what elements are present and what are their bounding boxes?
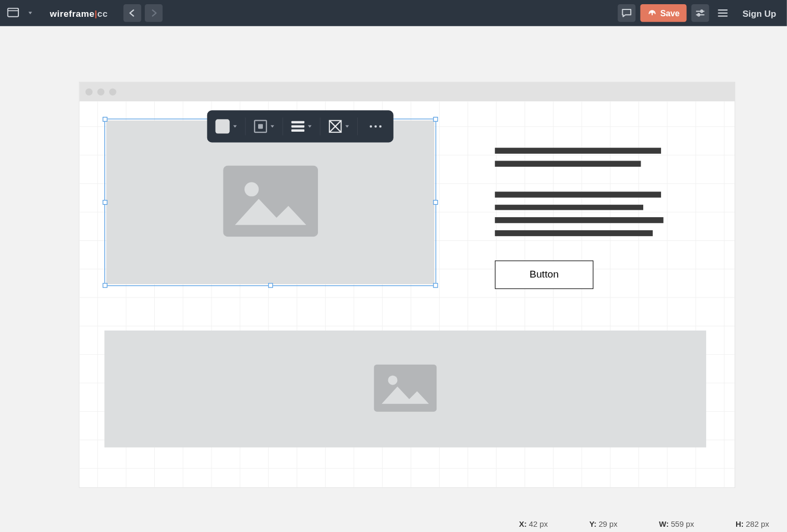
chevron-down-icon xyxy=(233,125,237,128)
paragraph-line-placeholder[interactable] xyxy=(495,191,661,197)
paragraph-line-placeholder[interactable] xyxy=(495,205,643,210)
paragraph-line-placeholder[interactable] xyxy=(495,217,663,223)
resize-handle-bl[interactable] xyxy=(103,283,108,288)
image-placeholder-icon xyxy=(374,364,437,414)
fill-color-button[interactable] xyxy=(213,116,239,137)
fill-swatch-icon xyxy=(216,119,230,133)
comment-button[interactable] xyxy=(618,4,635,22)
save-button[interactable]: Save xyxy=(640,4,687,22)
separator xyxy=(282,118,283,135)
lines-icon xyxy=(291,121,304,132)
resize-handle-lm[interactable] xyxy=(103,200,108,205)
separator xyxy=(245,118,246,135)
chevron-down-icon xyxy=(345,125,349,128)
corner-style-button[interactable] xyxy=(326,116,352,137)
chevron-down-icon xyxy=(308,125,312,128)
browser-window-header xyxy=(80,82,735,101)
svg-rect-14 xyxy=(374,364,437,411)
chevron-down-icon xyxy=(28,12,32,15)
brand-name: wireframe xyxy=(50,8,94,18)
image-placeholder[interactable] xyxy=(104,331,706,448)
device-selector-button[interactable] xyxy=(5,4,23,22)
undo-button[interactable] xyxy=(123,4,141,22)
brand-logo[interactable]: wireframe|cc xyxy=(50,8,108,18)
chevron-down-icon xyxy=(271,125,274,128)
resize-handle-rm[interactable] xyxy=(433,200,438,205)
button-placeholder[interactable]: Button xyxy=(495,261,593,289)
svg-rect-0 xyxy=(8,8,18,17)
resize-handle-bm[interactable] xyxy=(268,283,273,288)
more-icon xyxy=(366,125,385,128)
menu-button[interactable] xyxy=(714,4,732,22)
redo-button[interactable] xyxy=(145,4,163,22)
brand-suffix: cc xyxy=(98,8,108,18)
svg-line-11 xyxy=(329,121,342,133)
more-options-button[interactable] xyxy=(364,116,387,137)
resize-handle-tr[interactable] xyxy=(433,117,438,122)
resize-handle-tl[interactable] xyxy=(103,117,108,122)
stroke-style-button[interactable] xyxy=(252,116,277,137)
window-dot-icon xyxy=(86,89,93,96)
window-dot-icon xyxy=(97,89,104,96)
svg-rect-9 xyxy=(329,121,342,133)
paragraph-line-placeholder[interactable] xyxy=(495,230,653,236)
svg-point-15 xyxy=(388,375,398,385)
selection-toolbar xyxy=(207,110,393,142)
svg-line-10 xyxy=(329,121,342,133)
status-w: W: 559 px xyxy=(659,519,694,528)
wireframe-canvas[interactable]: Button xyxy=(80,101,735,487)
settings-sliders-button[interactable] xyxy=(692,4,709,22)
separator xyxy=(357,118,358,135)
browser-window: Button xyxy=(79,82,735,488)
signup-label: Sign Up xyxy=(742,8,776,18)
save-label: Save xyxy=(660,8,679,18)
cross-box-icon xyxy=(329,120,342,133)
resize-handle-br[interactable] xyxy=(433,283,438,288)
status-y: Y: 29 px xyxy=(589,519,618,528)
heading-line-placeholder[interactable] xyxy=(495,161,641,167)
status-bar: X: 42 px Y: 29 px W: 559 px H: 282 px xyxy=(0,516,787,531)
image-placeholder-icon xyxy=(223,166,318,239)
status-x: X: 42 px xyxy=(519,519,548,528)
stroke-box-icon xyxy=(254,120,267,133)
svg-point-13 xyxy=(244,182,258,196)
button-placeholder-label: Button xyxy=(529,269,559,281)
svg-rect-12 xyxy=(223,166,318,237)
separator xyxy=(320,118,321,135)
selected-image-placeholder[interactable] xyxy=(104,119,436,286)
image-placeholder-fill xyxy=(106,121,434,284)
signup-button[interactable]: Sign Up xyxy=(737,8,782,18)
heading-line-placeholder[interactable] xyxy=(495,148,661,154)
line-weight-button[interactable] xyxy=(289,116,314,137)
status-h: H: 282 px xyxy=(736,519,769,528)
app-topbar: wireframe|cc Save xyxy=(0,0,787,26)
window-dot-icon xyxy=(109,89,116,96)
app-body: Button X: 42 px Y: 29 px W: xyxy=(0,26,787,532)
